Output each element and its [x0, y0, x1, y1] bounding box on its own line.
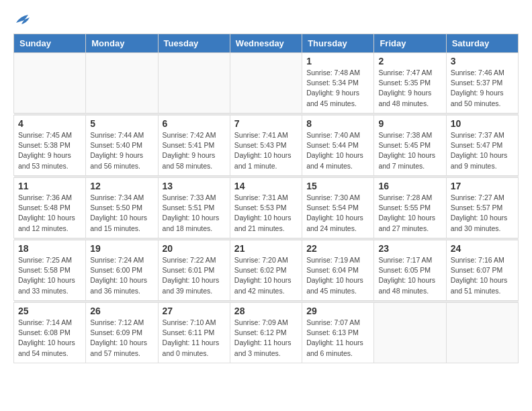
day-number: 23 [378, 243, 441, 254]
day-info: Sunrise: 7:40 AM Sunset: 5:44 PM Dayligh… [306, 130, 369, 171]
day-number: 6 [163, 118, 226, 129]
page: SundayMondayTuesdayWednesdayThursdayFrid… [0, 0, 532, 377]
day-info: Sunrise: 7:10 AM Sunset: 6:11 PM Dayligh… [163, 318, 226, 359]
calendar-cell [230, 53, 302, 113]
calendar-cell: 7Sunrise: 7:41 AM Sunset: 5:43 PM Daylig… [230, 116, 302, 176]
day-number: 1 [306, 56, 369, 66]
day-number: 21 [234, 243, 298, 254]
calendar-cell: 28Sunrise: 7:09 AM Sunset: 6:12 PM Dayli… [230, 303, 302, 363]
day-number: 27 [163, 306, 226, 316]
day-info: Sunrise: 7:27 AM Sunset: 5:57 PM Dayligh… [451, 193, 514, 234]
calendar-cell: 20Sunrise: 7:22 AM Sunset: 6:01 PM Dayli… [158, 240, 230, 301]
calendar-cell [14, 53, 86, 113]
day-info: Sunrise: 7:12 AM Sunset: 6:09 PM Dayligh… [90, 318, 153, 359]
calendar: SundayMondayTuesdayWednesdayThursdayFrid… [13, 34, 519, 363]
day-info: Sunrise: 7:33 AM Sunset: 5:51 PM Dayligh… [163, 193, 226, 234]
calendar-cell: 24Sunrise: 7:16 AM Sunset: 6:07 PM Dayli… [446, 240, 518, 301]
calendar-cell: 12Sunrise: 7:34 AM Sunset: 5:50 PM Dayli… [86, 178, 158, 238]
day-info: Sunrise: 7:22 AM Sunset: 6:01 PM Dayligh… [163, 255, 226, 296]
calendar-cell [374, 303, 446, 363]
calendar-header-wednesday: Wednesday [230, 34, 302, 53]
calendar-cell: 22Sunrise: 7:19 AM Sunset: 6:04 PM Dayli… [302, 240, 374, 301]
calendar-week-row: 1Sunrise: 7:48 AM Sunset: 5:34 PM Daylig… [14, 53, 519, 113]
calendar-week-row: 4Sunrise: 7:45 AM Sunset: 5:38 PM Daylig… [14, 116, 519, 176]
calendar-week-row: 11Sunrise: 7:36 AM Sunset: 5:48 PM Dayli… [14, 178, 519, 238]
day-number: 13 [163, 181, 226, 191]
day-info: Sunrise: 7:24 AM Sunset: 6:00 PM Dayligh… [90, 255, 153, 296]
calendar-cell: 23Sunrise: 7:17 AM Sunset: 6:05 PM Dayli… [374, 240, 446, 301]
calendar-header-tuesday: Tuesday [158, 34, 230, 53]
day-number: 2 [378, 56, 441, 66]
calendar-cell: 1Sunrise: 7:48 AM Sunset: 5:34 PM Daylig… [302, 53, 374, 113]
calendar-header-row: SundayMondayTuesdayWednesdayThursdayFrid… [14, 34, 519, 53]
day-number: 8 [306, 118, 369, 129]
day-info: Sunrise: 7:19 AM Sunset: 6:04 PM Dayligh… [306, 255, 369, 296]
day-number: 12 [90, 181, 153, 191]
day-info: Sunrise: 7:37 AM Sunset: 5:47 PM Dayligh… [451, 130, 514, 171]
day-info: Sunrise: 7:17 AM Sunset: 6:05 PM Dayligh… [378, 255, 441, 296]
day-number: 15 [306, 181, 369, 191]
calendar-cell: 5Sunrise: 7:44 AM Sunset: 5:40 PM Daylig… [86, 116, 158, 176]
calendar-cell: 11Sunrise: 7:36 AM Sunset: 5:48 PM Dayli… [14, 178, 86, 238]
calendar-cell: 6Sunrise: 7:42 AM Sunset: 5:41 PM Daylig… [158, 116, 230, 176]
day-number: 29 [306, 306, 369, 316]
day-number: 28 [234, 306, 298, 316]
day-info: Sunrise: 7:30 AM Sunset: 5:54 PM Dayligh… [306, 193, 369, 234]
day-number: 10 [451, 118, 514, 129]
day-number: 4 [18, 118, 81, 129]
day-info: Sunrise: 7:07 AM Sunset: 6:13 PM Dayligh… [306, 318, 369, 359]
calendar-cell: 29Sunrise: 7:07 AM Sunset: 6:13 PM Dayli… [302, 303, 374, 363]
day-number: 17 [451, 181, 514, 191]
logo-bird-icon [15, 13, 31, 27]
calendar-cell [86, 53, 158, 113]
day-number: 25 [18, 306, 81, 316]
day-number: 7 [234, 118, 298, 129]
day-number: 16 [378, 181, 441, 191]
day-info: Sunrise: 7:09 AM Sunset: 6:12 PM Dayligh… [234, 318, 298, 359]
calendar-cell: 8Sunrise: 7:40 AM Sunset: 5:44 PM Daylig… [302, 116, 374, 176]
calendar-cell: 4Sunrise: 7:45 AM Sunset: 5:38 PM Daylig… [14, 116, 86, 176]
day-number: 24 [451, 243, 514, 254]
calendar-header-monday: Monday [86, 34, 158, 53]
day-number: 19 [90, 243, 153, 254]
day-info: Sunrise: 7:34 AM Sunset: 5:50 PM Dayligh… [90, 193, 153, 234]
calendar-cell: 14Sunrise: 7:31 AM Sunset: 5:53 PM Dayli… [230, 178, 302, 238]
calendar-week-row: 25Sunrise: 7:14 AM Sunset: 6:08 PM Dayli… [14, 303, 519, 363]
logo [13, 13, 31, 27]
day-info: Sunrise: 7:16 AM Sunset: 6:07 PM Dayligh… [451, 255, 514, 296]
day-number: 3 [451, 56, 514, 66]
calendar-cell: 3Sunrise: 7:46 AM Sunset: 5:37 PM Daylig… [446, 53, 518, 113]
day-number: 20 [163, 243, 226, 254]
day-number: 11 [18, 181, 81, 191]
day-info: Sunrise: 7:48 AM Sunset: 5:34 PM Dayligh… [306, 68, 369, 109]
calendar-cell: 27Sunrise: 7:10 AM Sunset: 6:11 PM Dayli… [158, 303, 230, 363]
day-info: Sunrise: 7:36 AM Sunset: 5:48 PM Dayligh… [18, 193, 81, 234]
day-info: Sunrise: 7:20 AM Sunset: 6:02 PM Dayligh… [234, 255, 298, 296]
day-number: 9 [378, 118, 441, 129]
day-info: Sunrise: 7:31 AM Sunset: 5:53 PM Dayligh… [234, 193, 298, 234]
day-info: Sunrise: 7:38 AM Sunset: 5:45 PM Dayligh… [378, 130, 441, 171]
calendar-cell: 17Sunrise: 7:27 AM Sunset: 5:57 PM Dayli… [446, 178, 518, 238]
day-info: Sunrise: 7:47 AM Sunset: 5:35 PM Dayligh… [378, 68, 441, 109]
calendar-cell: 9Sunrise: 7:38 AM Sunset: 5:45 PM Daylig… [374, 116, 446, 176]
calendar-cell: 25Sunrise: 7:14 AM Sunset: 6:08 PM Dayli… [14, 303, 86, 363]
calendar-cell: 10Sunrise: 7:37 AM Sunset: 5:47 PM Dayli… [446, 116, 518, 176]
day-number: 5 [90, 118, 153, 129]
day-info: Sunrise: 7:45 AM Sunset: 5:38 PM Dayligh… [18, 130, 81, 171]
calendar-cell: 26Sunrise: 7:12 AM Sunset: 6:09 PM Dayli… [86, 303, 158, 363]
day-number: 14 [234, 181, 298, 191]
calendar-cell: 19Sunrise: 7:24 AM Sunset: 6:00 PM Dayli… [86, 240, 158, 301]
day-number: 18 [18, 243, 81, 254]
day-info: Sunrise: 7:44 AM Sunset: 5:40 PM Dayligh… [90, 130, 153, 171]
calendar-header-sunday: Sunday [14, 34, 86, 53]
calendar-header-friday: Friday [374, 34, 446, 53]
day-info: Sunrise: 7:28 AM Sunset: 5:55 PM Dayligh… [378, 193, 441, 234]
calendar-cell: 2Sunrise: 7:47 AM Sunset: 5:35 PM Daylig… [374, 53, 446, 113]
calendar-cell: 18Sunrise: 7:25 AM Sunset: 5:58 PM Dayli… [14, 240, 86, 301]
header [13, 13, 519, 27]
calendar-header-saturday: Saturday [446, 34, 518, 53]
calendar-week-row: 18Sunrise: 7:25 AM Sunset: 5:58 PM Dayli… [14, 240, 519, 301]
calendar-cell: 16Sunrise: 7:28 AM Sunset: 5:55 PM Dayli… [374, 178, 446, 238]
calendar-cell: 21Sunrise: 7:20 AM Sunset: 6:02 PM Dayli… [230, 240, 302, 301]
day-info: Sunrise: 7:41 AM Sunset: 5:43 PM Dayligh… [234, 130, 298, 171]
